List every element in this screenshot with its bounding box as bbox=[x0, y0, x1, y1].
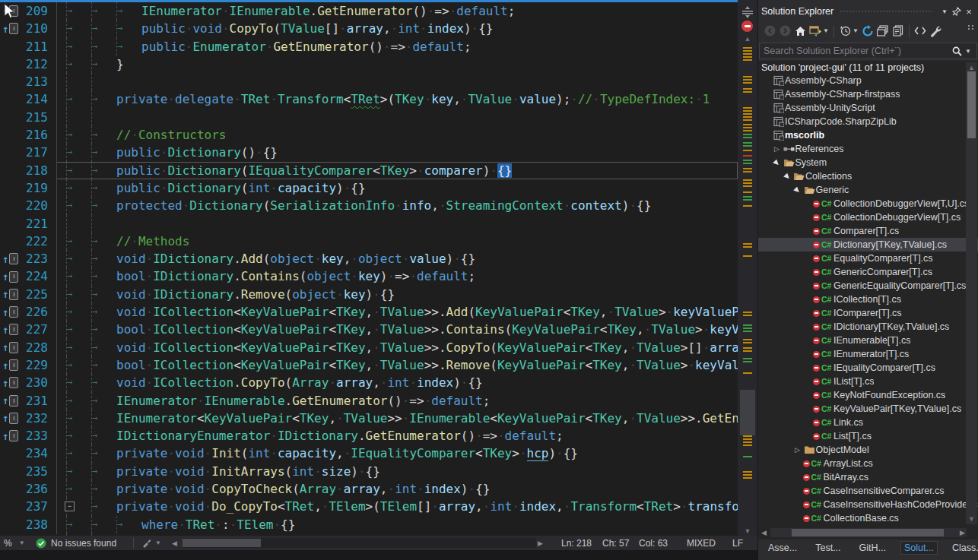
code-line[interactable]: ↑I209→→→IEnumerator·IEnumerable.GetEnume… bbox=[0, 2, 738, 20]
code-line[interactable]: ↑I227→→bool·ICollection<KeyValuePair<TKe… bbox=[0, 321, 738, 338]
tree-item-list-t-cs[interactable]: C#List[T].cs bbox=[758, 429, 978, 443]
code-line[interactable]: ↑I229→→bool·ICollection<KeyValuePair<TKe… bbox=[0, 356, 738, 374]
expander-arrow-icon[interactable]: ▶ bbox=[782, 172, 792, 180]
code-line[interactable]: ↑I231→→IEnumerator·IEnumerable.GetEnumer… bbox=[0, 392, 738, 410]
up-arrow-icon[interactable]: ↑ bbox=[2, 395, 8, 406]
tree-item-comparer-t-cs[interactable]: C#Comparer[T].cs bbox=[758, 224, 978, 238]
tree-item-collectionbase-cs[interactable]: C#CollectionBase.cs bbox=[758, 511, 978, 525]
tree-item-assembly-csharp-firstpass[interactable]: Assembly-CSharp-firstpass bbox=[758, 87, 978, 101]
tree-item-caseinsensitivecomparer-cs[interactable]: C#CaseInsensitiveComparer.cs bbox=[758, 484, 978, 498]
code-line[interactable]: 235→→private·void·InitArrays(int·size)·{… bbox=[0, 463, 738, 480]
tool-window-tab-test[interactable]: Test... bbox=[811, 541, 844, 555]
tool-window-tab-class[interactable]: Class... bbox=[948, 541, 978, 555]
search-icon[interactable] bbox=[952, 46, 962, 56]
switch-views-icon[interactable] bbox=[808, 24, 823, 39]
chevron-down-icon[interactable]: ▼ bbox=[155, 539, 161, 546]
zoom-control[interactable]: % ▼ bbox=[4, 536, 25, 550]
code-line[interactable]: 221 bbox=[0, 215, 738, 233]
panel-horizontal-scrollbar[interactable]: ◀ ▶ bbox=[758, 526, 978, 539]
tree-item-generic[interactable]: ▶Generic bbox=[758, 183, 978, 197]
implement-indicator-icon[interactable]: I bbox=[9, 413, 18, 424]
code-line[interactable]: 215 bbox=[0, 109, 738, 126]
scroll-up-arrow[interactable]: ▲ bbox=[966, 64, 977, 71]
implement-indicator-icon[interactable]: I bbox=[9, 395, 18, 407]
vertical-scroll-thumb[interactable] bbox=[740, 390, 755, 435]
up-arrow-icon[interactable]: ↑ bbox=[2, 24, 8, 34]
tree-item-genericequalitycomparer-t-cs[interactable]: C#GenericEqualityComparer[T].cs bbox=[758, 279, 978, 293]
implement-indicator-icon[interactable]: I bbox=[9, 324, 18, 335]
refresh-icon[interactable] bbox=[860, 24, 875, 39]
search-input[interactable]: Search Solution Explorer (Ctrl+¨) ▼ bbox=[759, 43, 977, 59]
panel-title-bar[interactable]: Solution Explorer ▼ × bbox=[758, 3, 978, 20]
implement-indicator-icon[interactable]: I bbox=[9, 377, 18, 388]
code-line[interactable]: 211→→→public·Enumerator·GetEnumerator()·… bbox=[0, 38, 738, 55]
drag-grip[interactable] bbox=[840, 10, 932, 14]
tree-item-keynotfoundexception-cs[interactable]: C#KeyNotFoundException.cs bbox=[758, 388, 978, 402]
implement-indicator-icon[interactable]: I bbox=[9, 430, 18, 441]
panel-vertical-scrollbar[interactable]: ▲ ▼ bbox=[966, 62, 977, 524]
code-line[interactable]: ↑I233→→IDictionaryEnumerator·IDictionary… bbox=[0, 427, 738, 445]
h-scroll-left-arrow[interactable]: ◀ bbox=[761, 529, 767, 536]
code-line[interactable]: 213 bbox=[0, 73, 738, 90]
solution-root-node[interactable]: Solution 'project-gui' (11 of 11 project… bbox=[758, 61, 978, 74]
tree-item-collectiondebuggerview-t-cs[interactable]: C#CollectionDebuggerView[T].cs bbox=[758, 210, 978, 224]
code-line[interactable]: ↑I232→→IEnumerator<KeyValuePair<TKey,·TV… bbox=[0, 410, 738, 427]
tree-item-icomparer-t-cs[interactable]: C#IComparer[T].cs bbox=[758, 306, 978, 320]
expander-arrow-icon[interactable]: ▷ bbox=[792, 446, 803, 454]
up-arrow-icon[interactable]: ↑ bbox=[2, 342, 8, 353]
tree-item-bitarray-cs[interactable]: C#BitArray.cs bbox=[758, 470, 978, 484]
scroll-down-arrow[interactable]: ▼ bbox=[738, 527, 757, 535]
code-line[interactable]: 237−→→private·void·Do_CopyTo<TRet,·TElem… bbox=[0, 498, 738, 515]
tree-item-genericcomparer-t-cs[interactable]: C#GenericComparer[T].cs bbox=[758, 265, 978, 279]
tree-item-assembly-unityscript[interactable]: Assembly-UnityScript bbox=[758, 101, 978, 115]
preview-selected-items-icon[interactable] bbox=[891, 24, 906, 39]
tree-item-ilist-t-cs[interactable]: C#IList[T].cs bbox=[758, 375, 978, 388]
code-line[interactable]: ↑I210→→→public·void·CopyTo(TValue[]·arra… bbox=[0, 20, 738, 37]
tree-item-assembly-csharp[interactable]: Assembly-CSharp bbox=[758, 74, 978, 87]
tree-item-icollection-t-cs[interactable]: C#ICollection[T].cs bbox=[758, 293, 978, 306]
line-ending-indicator[interactable]: LF bbox=[732, 536, 743, 550]
implement-indicator-icon[interactable]: I bbox=[9, 306, 18, 318]
code-line[interactable]: 236→→private·void·CopyToCheck(Array·arra… bbox=[0, 480, 738, 498]
code-line[interactable]: 222→→//·Methods bbox=[0, 233, 738, 250]
tree-item-arraylist-cs[interactable]: C#ArrayList.cs bbox=[758, 457, 978, 470]
tree-item-system[interactable]: ▶System bbox=[758, 156, 978, 169]
tree-item-keyvaluepair-tkey-tvalue-cs[interactable]: C#KeyValuePair[TKey,TValue].cs bbox=[758, 402, 978, 416]
code-line[interactable]: 220→→protected·Dictionary(SerializationI… bbox=[0, 197, 738, 214]
tool-window-tab-asse[interactable]: Asse... bbox=[764, 541, 801, 555]
view-code-icon[interactable] bbox=[913, 24, 928, 39]
h-scroll-right-arrow[interactable]: ▶ bbox=[538, 536, 543, 550]
chevron-down-icon[interactable]: ▼ bbox=[19, 539, 25, 546]
code-line[interactable]: ↑I228→→void·ICollection<KeyValuePair<TKe… bbox=[0, 339, 738, 356]
chevron-down-icon[interactable]: ▼ bbox=[823, 27, 830, 34]
tree-item-idictionary-tkey-tvalue-cs[interactable]: C#IDictionary[TKey,TValue].cs bbox=[758, 320, 978, 334]
code-line[interactable]: 219→→public·Dictionary(int·capacity)·{} bbox=[0, 179, 738, 197]
h-scroll-left-arrow[interactable]: ◀ bbox=[172, 536, 177, 550]
overflow-icon[interactable] bbox=[967, 22, 975, 28]
code-editor[interactable]: ↑I209→→→IEnumerator·IEnumerable.GetEnume… bbox=[0, 0, 738, 536]
code-line[interactable]: ↑I224→→bool·IDictionary.Contains(object·… bbox=[0, 267, 738, 285]
implement-indicator-icon[interactable]: I bbox=[9, 289, 18, 300]
formatting-options[interactable]: ▼ bbox=[141, 536, 161, 550]
pin-icon[interactable] bbox=[951, 5, 963, 17]
up-arrow-icon[interactable]: ↑ bbox=[2, 289, 8, 299]
implement-indicator-icon[interactable]: I bbox=[9, 359, 18, 371]
panel-horizontal-scroll-thumb[interactable] bbox=[792, 529, 944, 536]
document-health-indicator[interactable]: No issues found bbox=[36, 536, 116, 550]
code-line[interactable]: 218→→public·Dictionary(IEqualityComparer… bbox=[0, 162, 738, 179]
up-arrow-icon[interactable]: ↑ bbox=[2, 431, 8, 441]
implement-indicator-icon[interactable]: I bbox=[9, 342, 18, 353]
code-line[interactable]: 212→→} bbox=[0, 55, 738, 73]
chevron-down-icon[interactable]: ▼ bbox=[965, 48, 973, 55]
code-line[interactable]: 216→→//·Constructors bbox=[0, 126, 738, 144]
code-line[interactable]: 238→→→where·TRet·:·TElem·{} bbox=[0, 516, 738, 533]
tree-item-ienumerable-t-cs[interactable]: C#IEnumerable[T].cs bbox=[758, 334, 978, 347]
code-line[interactable]: ↑I223→→void·IDictionary.Add(object·key,·… bbox=[0, 250, 738, 267]
properties-wrench-icon[interactable] bbox=[928, 24, 943, 39]
editor-vertical-scrollbar[interactable]: ▲ ▼ bbox=[738, 0, 757, 536]
tree-item-iequalitycomparer-t-cs[interactable]: C#IEqualityComparer[T].cs bbox=[758, 361, 978, 375]
tool-window-tab-gith[interactable]: GitH... bbox=[856, 541, 890, 555]
code-line[interactable]: ↑I230→→void·ICollection.CopyTo(Array·arr… bbox=[0, 374, 738, 391]
code-line[interactable]: 214→→private·delegate·TRet·Transform<TRe… bbox=[0, 90, 738, 108]
tree-item-collectiondebuggerview-t-u-cs[interactable]: C#CollectionDebuggerView[T,U].cs bbox=[758, 197, 978, 210]
